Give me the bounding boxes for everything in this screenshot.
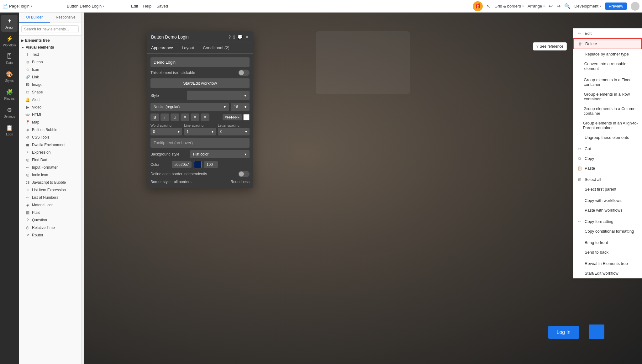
close-icon[interactable]: ✕ [245, 34, 249, 40]
element-dwolla[interactable]: ◼ Dwolla Environment [19, 141, 81, 149]
workflow-button[interactable]: Start/Edit workflow [150, 78, 250, 88]
preview-button[interactable]: Preview [605, 3, 627, 10]
element-plaid[interactable]: ▦ Plaid [19, 209, 81, 216]
context-copy-formatting[interactable]: ✏ Copy formatting [573, 217, 642, 226]
context-select-all[interactable]: ⊞ Select all [573, 175, 642, 184]
element-list-of-numbers[interactable]: ··· List of Numbers [19, 194, 81, 201]
element-html[interactable]: </> HTML [19, 111, 81, 119]
arrange-btn[interactable]: Arrange ▾ [528, 4, 545, 8]
font-family-select[interactable]: Nunito (regular) ▾ [150, 103, 229, 111]
nav-settings[interactable]: ⚙ Settings [1, 104, 18, 121]
italic-button[interactable]: I [160, 113, 169, 121]
element-video[interactable]: ▶ Video [19, 103, 81, 111]
page-selector[interactable]: 📄 Page: login ▾ [3, 4, 59, 9]
context-delete[interactable]: 🗑 Delete [573, 38, 642, 49]
development-btn[interactable]: Development ▾ [574, 4, 601, 8]
element-js-bubble[interactable]: JS Javascript to Bubble [19, 179, 81, 186]
tab-ui-builder[interactable]: UI Builder [19, 13, 50, 23]
context-group-fixed[interactable]: Group elements in a Fixed container [573, 75, 642, 89]
context-paste[interactable]: 📋 Paste [573, 163, 642, 173]
align-center-button[interactable]: ≡ [191, 113, 199, 121]
cursor-icon[interactable]: ↖ [487, 3, 491, 9]
page-dropdown-arrow[interactable]: ▾ [31, 4, 32, 8]
grid-borders-btn[interactable]: Grid & borders ▾ [494, 4, 524, 8]
tab-conditional[interactable]: Conditional (2) [198, 43, 234, 53]
gift-button[interactable]: 🎁 [473, 1, 483, 11]
line-spacing-control[interactable]: 1 ▾ [184, 128, 216, 135]
underline-button[interactable]: U [171, 113, 179, 121]
element-input-formatter[interactable]: ··· Input Formatter [19, 164, 81, 171]
context-copy[interactable]: ⧉ Copy [573, 154, 642, 163]
element-material-icon[interactable]: ◈ Material Icon [19, 201, 81, 209]
element-router[interactable]: ↗ Router [19, 231, 81, 239]
element-relative-time[interactable]: ◷ Relative Time [19, 224, 81, 231]
clickable-toggle[interactable] [238, 70, 250, 76]
context-group-column[interactable]: Group elements in a Column container [573, 104, 642, 118]
edit-menu[interactable]: Edit [131, 4, 138, 8]
element-built-on-bubble[interactable]: ◈ Built on Bubble [19, 126, 81, 134]
element-link[interactable]: 🔗 Link [19, 73, 81, 81]
element-map[interactable]: 📍 Map [19, 119, 81, 126]
style-select[interactable]: ▾ [187, 91, 250, 100]
context-group-row[interactable]: Group elements in a Row container [573, 89, 642, 104]
context-edit[interactable]: ✏ Edit [573, 29, 642, 38]
context-select-parent[interactable]: Select first parent [573, 184, 642, 194]
visual-elements-header[interactable]: ▼ Visual elements [19, 44, 81, 51]
font-size-select[interactable]: 16 ▾ [231, 103, 250, 111]
context-replace[interactable]: Replace by another type [573, 49, 642, 59]
context-paste-workflows[interactable]: Paste with workflows [573, 205, 642, 215]
nav-data[interactable]: 🗄 Data [1, 51, 18, 67]
word-spacing-control[interactable]: 0 ▾ [150, 128, 182, 135]
align-right-button[interactable]: ≡ [201, 113, 209, 121]
element-expression[interactable]: + Expression [19, 149, 81, 156]
element-ionic-icon[interactable]: ◎ Ionic Icon [19, 171, 81, 179]
see-reference-button[interactable]: ? See reference [533, 42, 567, 50]
info-icon[interactable]: ℹ [233, 34, 235, 40]
context-ungroup[interactable]: Ungroup these elements [573, 133, 642, 142]
context-group-align[interactable]: Group elements in an Align-to-Parent con… [573, 118, 642, 133]
context-copy-workflows[interactable]: Copy with workflows [573, 196, 642, 205]
letter-spacing-control[interactable]: 0 ▾ [218, 128, 250, 135]
context-reveal-tree[interactable]: Reveal in Elements tree [573, 259, 642, 268]
element-list-item-expression[interactable]: ≡ List Item Expression [19, 186, 81, 194]
border-independent-toggle[interactable] [238, 171, 250, 177]
search-input[interactable] [21, 25, 79, 33]
redo-icon[interactable]: ↪ [556, 3, 560, 9]
context-bring-front[interactable]: Bring to front [573, 238, 642, 247]
tab-layout[interactable]: Layout [177, 43, 198, 53]
element-image[interactable]: 🖼 Image [19, 81, 81, 88]
context-convert-reusable[interactable]: Convert into a reusable element [573, 59, 642, 73]
element-alert[interactable]: 🔔 Alert [19, 96, 81, 103]
element-name-input[interactable] [150, 57, 250, 67]
nav-logs[interactable]: 📋 Logs [1, 122, 18, 139]
elements-tree-header[interactable]: ▶ Elements tree [19, 37, 81, 44]
context-copy-conditional[interactable]: Copy conditional formatting [573, 226, 642, 236]
element-css-tools[interactable]: ⚙ CSS Tools [19, 134, 81, 141]
element-question[interactable]: ? Question [19, 216, 81, 224]
context-send-back[interactable]: Send to back [573, 247, 642, 257]
align-left-button[interactable]: ≡ [181, 113, 189, 121]
color-swatch[interactable] [194, 161, 202, 168]
context-cut[interactable]: ✂ Cut [573, 144, 642, 154]
nav-design[interactable]: ✦ Design [1, 15, 18, 32]
tab-responsive[interactable]: Responsive [50, 13, 82, 23]
undo-icon[interactable]: ↩ [549, 3, 553, 9]
tab-appearance[interactable]: Appearance [147, 43, 177, 53]
canvas-login-button[interactable]: Log In [548, 326, 579, 339]
search-icon[interactable]: 🔍 [564, 3, 571, 9]
nav-styles[interactable]: 🎨 Styles [1, 68, 18, 85]
nav-plugins[interactable]: 🧩 Plugins [1, 86, 18, 103]
element-icon[interactable]: ☆ Icon [19, 66, 81, 73]
app-selector[interactable]: Button Demo Login ▾ [67, 4, 123, 8]
bold-button[interactable]: B [150, 113, 159, 121]
bg-style-select[interactable]: Flat color ▾ [190, 150, 250, 158]
color-opacity[interactable]: 100 [204, 161, 218, 168]
element-text[interactable]: T Text [19, 51, 81, 58]
user-avatar[interactable] [631, 2, 639, 11]
app-dropdown-arrow[interactable]: ▾ [103, 4, 104, 8]
help-icon[interactable]: ? [228, 34, 231, 40]
nav-workflow[interactable]: ⚡ Workflow [1, 33, 18, 50]
text-color-swatch[interactable] [243, 114, 250, 120]
grid-dropdown-arrow[interactable]: ▾ [522, 4, 524, 8]
context-start-workflow[interactable]: Start/Edit workflow [573, 268, 642, 278]
